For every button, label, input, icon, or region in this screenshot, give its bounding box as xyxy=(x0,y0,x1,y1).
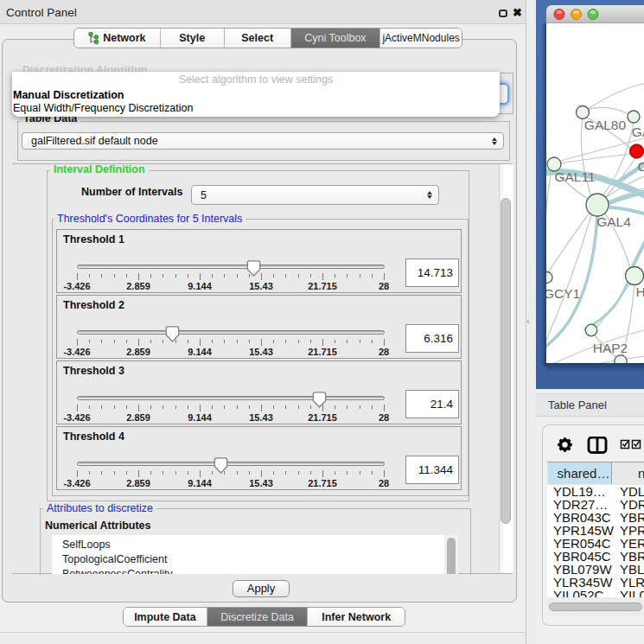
svg-text:GA: GA xyxy=(632,124,644,139)
svg-text:GAL4: GAL4 xyxy=(596,214,631,229)
svg-text:H: H xyxy=(635,284,644,299)
svg-text:GCY1: GCY1 xyxy=(544,286,580,301)
svg-text:HAP2: HAP2 xyxy=(593,341,628,355)
svg-text:C: C xyxy=(637,159,644,174)
svg-text:GAL11: GAL11 xyxy=(554,169,595,184)
svg-text:GAL80: GAL80 xyxy=(584,118,627,132)
